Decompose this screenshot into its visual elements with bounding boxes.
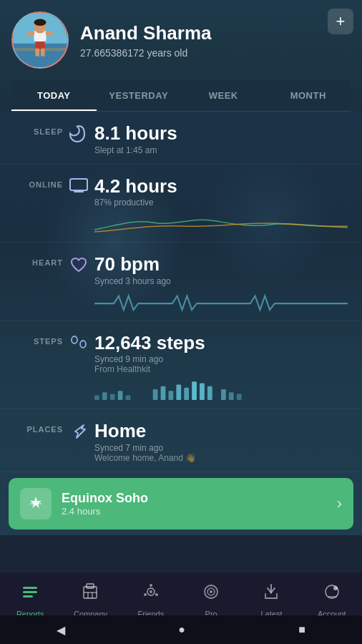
svg-rect-22 [176, 385, 181, 400]
sleep-icon [63, 123, 94, 149]
svg-rect-18 [126, 396, 131, 400]
svg-rect-11 [70, 179, 87, 190]
svg-point-6 [34, 19, 46, 26]
online-value: 4.2 hours [94, 176, 348, 197]
svg-point-46 [210, 590, 212, 593]
places-sub2: Welcome home, Anand 👋 [94, 453, 348, 463]
tab-week[interactable]: WEEK [181, 80, 266, 111]
heart-sub: Synced 3 hours ago [94, 276, 348, 286]
svg-rect-32 [23, 591, 37, 593]
pro-icon [202, 582, 220, 605]
svg-rect-19 [153, 389, 158, 400]
main-content: SLEEP 8.1 hours Slept at 1:45 am ONLINE … [0, 112, 362, 535]
sleep-value: 8.1 hours [94, 123, 348, 144]
svg-point-41 [150, 584, 152, 587]
account-icon [323, 582, 341, 605]
avatar [11, 11, 69, 69]
steps-content: 12,643 steps Synced 9 min ago From Healt… [94, 333, 348, 401]
nav-item-company[interactable]: Company [60, 578, 120, 618]
tabs: TODAY YESTERDAY WEEK MONTH [11, 80, 351, 112]
places-content: Home Synced 7 min ago Welcome home, Anan… [94, 421, 348, 463]
back-button[interactable]: ◀ [57, 623, 65, 637]
svg-rect-31 [23, 587, 37, 589]
online-icon [63, 176, 94, 199]
steps-value: 12,643 steps [94, 333, 348, 353]
friends-icon [142, 582, 160, 605]
svg-rect-14 [94, 396, 99, 400]
header: + [0, 0, 362, 112]
android-nav: ◀ ● ■ [0, 615, 362, 644]
places-sub: Synced 7 min ago [94, 443, 348, 453]
sleep-label: SLEEP [14, 123, 63, 136]
svg-rect-35 [87, 584, 94, 588]
steps-icon [63, 333, 94, 357]
places-value: Home [94, 421, 348, 441]
svg-rect-28 [229, 393, 234, 401]
online-content: 4.2 hours 87% productive [94, 176, 348, 234]
svg-point-48 [333, 586, 338, 590]
svg-point-42 [155, 593, 158, 596]
equinox-arrow: › [337, 494, 342, 513]
online-row: ONLINE 4.2 hours 87% productive [0, 165, 362, 243]
svg-rect-20 [161, 386, 166, 400]
svg-rect-25 [200, 384, 205, 401]
places-icon [63, 421, 94, 445]
heart-icon [63, 254, 94, 278]
svg-rect-21 [168, 391, 173, 401]
steps-sub: Synced 9 min ago [94, 354, 348, 364]
svg-rect-26 [207, 386, 212, 400]
online-chart [94, 212, 348, 233]
online-sub: 87% productive [94, 197, 348, 208]
heart-value: 70 bpm [94, 254, 348, 275]
heart-row: HEART 70 bpm Synced 3 hours ago [0, 243, 362, 321]
online-label: ONLINE [14, 176, 63, 189]
equinox-banner[interactable]: Equinox Soho 2.4 hours › [9, 478, 353, 530]
equinox-text: Equinox Soho 2.4 hours [62, 491, 337, 517]
heart-content: 70 bpm Synced 3 hours ago [94, 254, 348, 312]
svg-rect-33 [23, 595, 33, 597]
sleep-sub: Slept at 1:45 am [94, 145, 348, 155]
svg-point-13 [80, 341, 86, 348]
equinox-time: 2.4 hours [62, 506, 337, 517]
steps-label: STEPS [14, 333, 63, 346]
tab-today[interactable]: TODAY [11, 80, 97, 111]
sleep-row: SLEEP 8.1 hours Slept at 1:45 am [0, 112, 362, 165]
latest-icon [262, 582, 280, 605]
nav-item-friends[interactable]: Friends [121, 578, 181, 618]
add-button[interactable]: + [328, 9, 353, 34]
profile-row: Anand Sharma 27.665386172 years old [11, 11, 351, 80]
svg-rect-9 [35, 48, 39, 56]
reports-icon [21, 582, 39, 605]
home-button[interactable]: ● [178, 623, 185, 636]
svg-rect-15 [102, 393, 107, 401]
svg-rect-29 [237, 394, 242, 401]
company-icon [81, 582, 99, 605]
heart-label: HEART [14, 254, 63, 267]
tab-yesterday[interactable]: YESTERDAY [97, 80, 182, 111]
recents-button[interactable]: ■ [298, 623, 305, 636]
places-label: PLACES [14, 421, 63, 434]
steps-row: STEPS 12,643 steps Synced 9 min ago From… [0, 321, 362, 410]
profile-name: Anand Sharma [80, 22, 212, 44]
heart-chart [94, 291, 348, 312]
svg-rect-24 [192, 382, 197, 401]
profile-age: 27.665386172 years old [80, 47, 212, 59]
sleep-content: 8.1 hours Slept at 1:45 am [94, 123, 348, 155]
steps-sub2: From Healthkit [94, 364, 348, 374]
svg-point-43 [144, 593, 147, 596]
svg-rect-17 [118, 391, 123, 401]
svg-rect-16 [110, 394, 115, 401]
nav-item-latest[interactable]: Latest [241, 578, 301, 618]
svg-rect-27 [221, 389, 226, 400]
equinox-icon [20, 488, 52, 519]
nav-item-pro[interactable]: Pro [181, 578, 241, 618]
svg-point-40 [150, 590, 152, 593]
nav-item-reports[interactable]: Reports [0, 578, 60, 618]
nav-item-account[interactable]: Account [302, 578, 362, 618]
steps-chart [94, 379, 348, 400]
places-row: PLACES Home Synced 7 min ago Welcome hom… [0, 409, 362, 472]
profile-info: Anand Sharma 27.665386172 years old [80, 22, 212, 59]
tab-month[interactable]: MONTH [266, 80, 351, 111]
equinox-name: Equinox Soho [62, 491, 337, 506]
svg-rect-23 [184, 388, 189, 400]
